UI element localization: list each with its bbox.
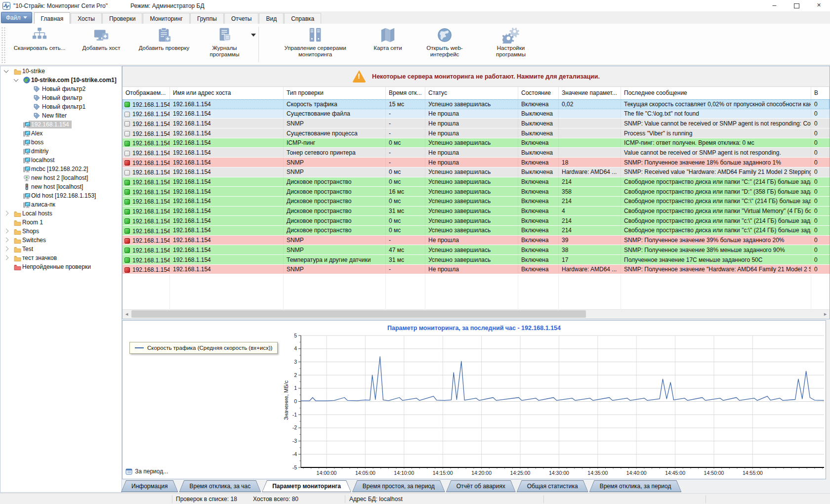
column-header-Состояние[interactable]: Состояние xyxy=(518,87,559,99)
maximize-button[interactable] xyxy=(786,0,808,11)
expand-arrow-icon[interactable] xyxy=(4,211,9,216)
period-button[interactable]: За период... xyxy=(125,468,168,475)
tab-Группы[interactable]: Группы xyxy=(190,13,224,24)
table-row[interactable]: 192.168.1.154192.168.1.154SNMP-Не прошла… xyxy=(123,265,830,275)
bottom-tab-Общая статистика[interactable]: Общая статистика xyxy=(517,480,588,492)
table-row[interactable]: 192.168.1.154192.168.1.154SNMP-Не прошла… xyxy=(123,119,830,128)
tree-item-label: 10-strike xyxy=(20,67,47,75)
bottom-tab-Время простоя, за период[interactable]: Время простоя, за период xyxy=(352,480,445,492)
cell-host: 192.168.1.154 xyxy=(170,216,284,225)
table-row[interactable]: 192.168.1.154192.168.1.154SNMP-Не прошла… xyxy=(123,236,830,246)
column-header-Время отк...[interactable]: Время отк... xyxy=(386,87,425,99)
close-button[interactable]: × xyxy=(808,0,830,11)
bottom-tab-Время отклика, за период[interactable]: Время отклика, за период xyxy=(589,480,682,492)
tab-Отчеты[interactable]: Отчеты xyxy=(224,13,258,24)
tree-item-new host [localhost][interactable]: new host [localhost] xyxy=(0,182,122,191)
table-row[interactable]: 192.168.1.154192.168.1.154Существование … xyxy=(123,128,830,138)
expand-arrow-icon[interactable] xyxy=(4,229,9,234)
tree-item-10-strike.com [10-strike.com1][interactable]: 10-strike.com [10-strike.com1] xyxy=(0,76,122,84)
table-row[interactable]: 192.168.1.154192.168.1.154Дисковое прост… xyxy=(123,226,830,236)
table-row[interactable]: 192.168.1.154192.168.1.154Существование … xyxy=(123,109,830,119)
tree-item-localhost[interactable]: localhost xyxy=(0,156,122,165)
tree-item-Непройденные проверки[interactable]: Непройденные проверки xyxy=(0,262,122,271)
toolbar-check-add-button[interactable]: Добавить проверку xyxy=(132,26,196,52)
tree-item-Новый фильтр1[interactable]: Новый фильтр1 xyxy=(0,102,122,111)
tree-item-Local hosts[interactable]: Local hosts xyxy=(0,209,122,218)
table-row[interactable]: 192.168.1.154192.168.1.154Дисковое прост… xyxy=(123,207,830,216)
column-header-Значение парамет...[interactable]: Значение парамет... xyxy=(559,87,621,99)
statusbar-divider xyxy=(172,495,172,503)
column-header-Последнее сообщение[interactable]: Последнее сообщение xyxy=(621,87,811,99)
table-row[interactable]: 192.168.1.154192.168.1.154ICMP-пинг0 мсУ… xyxy=(123,138,830,148)
toolbar-web-globe-button[interactable]: Открыть web-интерфейс xyxy=(413,26,477,59)
minimize-button[interactable]: – xyxy=(763,0,786,11)
table-row[interactable]: 192.168.1.154192.168.1.154Дисковое прост… xyxy=(123,197,830,207)
tab-Главная[interactable]: Главная xyxy=(34,12,71,24)
toolbar-gears-button[interactable]: Настройки программы xyxy=(480,26,542,59)
column-header-Имя или адрес хоста[interactable]: Имя или адрес хоста xyxy=(170,87,284,99)
column-header-Статус[interactable]: Статус xyxy=(425,87,518,99)
tree-item-192.168.1.154[interactable]: 192.168.1.154 xyxy=(0,120,122,129)
tree-item-Новый фильтр2[interactable]: Новый фильтр2 xyxy=(0,84,122,93)
table-row[interactable]: 192.168.1.154192.168.1.154Дисковое прост… xyxy=(123,187,830,197)
table-row[interactable]: 192.168.1.154192.168.1.154Температура и … xyxy=(123,255,830,265)
collapse-arrow-icon[interactable] xyxy=(4,68,9,73)
expand-arrow-icon[interactable] xyxy=(4,247,9,252)
tree-item-dmitriy[interactable]: dmitriy xyxy=(0,147,122,156)
expand-arrow-icon[interactable] xyxy=(4,255,9,260)
bottom-tab-Информация[interactable]: Информация xyxy=(121,480,178,492)
tree-item-New filter[interactable]: New filter xyxy=(0,111,122,120)
toolbar-button-label: Сканировать сеть... xyxy=(14,45,66,51)
tag-icon xyxy=(33,85,41,92)
scroll-left-arrow[interactable]: ◂ xyxy=(123,310,131,318)
monitoring-warning-banner[interactable]: Некоторые сервера мониторинга не работаю… xyxy=(123,66,830,87)
toolbar-logs-button[interactable]: Журналы программы xyxy=(199,26,250,59)
tree-item-Новый фильтр[interactable]: Новый фильтр xyxy=(0,93,122,102)
table-row[interactable]: 192.168.1.154192.168.1.154Дисковое прост… xyxy=(123,177,830,187)
tab-Мониторинг[interactable]: Мониторинг xyxy=(143,13,190,24)
tree-item-Room 1[interactable]: Room 1 xyxy=(0,218,122,227)
host-tree-panel: 10-strike10-strike.com [10-strike.com1]Н… xyxy=(0,66,122,493)
collapse-arrow-icon[interactable] xyxy=(14,77,19,82)
tree-item-Shops[interactable]: Shops xyxy=(0,227,122,236)
tree-item-Alex[interactable]: Alex xyxy=(0,129,122,138)
tab-Хосты[interactable]: Хосты xyxy=(71,13,102,24)
toolbar-host-add-button[interactable]: Добавить хост xyxy=(74,26,129,52)
tab-Проверки[interactable]: Проверки xyxy=(102,13,143,24)
table-row[interactable]: 192.168.1.154192.168.1.154SNMP-Не прошла… xyxy=(123,158,830,168)
bottom-tab-Параметр мониторинга[interactable]: Параметр мониторинга xyxy=(262,480,351,492)
table-row[interactable]: 192.168.1.154192.168.1.154SNMP47 мсУспеш… xyxy=(123,245,830,255)
tab-Вид[interactable]: Вид xyxy=(259,13,284,24)
bottom-tab-Время отклика, за час[interactable]: Время отклика, за час xyxy=(179,480,261,492)
tree-item-mcbc [192.168.202.2][interactable]: mcbc [192.168.202.2] xyxy=(0,165,122,173)
tree-item-алиса-пк[interactable]: алиса-пк xyxy=(0,200,122,209)
table-row[interactable]: 192.168.1.154192.168.1.154Дисковое прост… xyxy=(123,216,830,226)
tree-item-Switches[interactable]: Switches xyxy=(0,236,122,245)
expand-arrow-icon[interactable] xyxy=(4,238,9,243)
checks-table-header[interactable]: Отображаем...Имя или адрес хостаТип пров… xyxy=(123,87,830,100)
horizontal-scrollbar[interactable]: ◂ ▸ xyxy=(123,309,830,318)
tree-item-boss[interactable]: boss xyxy=(0,138,122,147)
tree-item-10-strike[interactable]: 10-strike xyxy=(0,67,122,76)
tree-item-тест значков[interactable]: тест значков xyxy=(0,253,122,262)
toolbar-map-button[interactable]: Карта сети xyxy=(366,26,410,52)
table-row[interactable]: 192.168.1.154192.168.1.154SNMP0 мсУспешн… xyxy=(123,168,830,177)
file-menu-button[interactable]: Файл xyxy=(1,12,32,23)
tab-Справка[interactable]: Справка xyxy=(284,13,321,24)
toolbar-servers-button[interactable]: Управление серверами мониторинга xyxy=(267,26,363,59)
table-row[interactable]: 192.168.1.154192.168.1.154Тонер сетевого… xyxy=(123,148,830,158)
column-header-В[interactable]: В xyxy=(811,87,830,99)
toolbar-network-scan-button[interactable]: Сканировать сеть... xyxy=(8,26,71,52)
scroll-right-arrow[interactable]: ▸ xyxy=(821,310,830,318)
bottom-tab-label: Время отклика, за период xyxy=(590,481,681,492)
tree-item-Old host [192.168.1.153][interactable]: Old host [192.168.1.153] xyxy=(0,191,122,200)
bottom-tab-Отчёт об авариях[interactable]: Отчёт об авариях xyxy=(446,480,516,492)
scrollbar-thumb[interactable] xyxy=(131,310,586,318)
tree-item-new host 2 [localhost][interactable]: new host 2 [localhost] xyxy=(0,173,122,182)
chevron-down-icon[interactable] xyxy=(251,34,256,37)
column-header-Отображаем...[interactable]: Отображаем... xyxy=(123,87,170,99)
column-header-Тип проверки[interactable]: Тип проверки xyxy=(284,87,386,99)
table-row[interactable]: 192.168.1.154192.168.1.154Скорость трафи… xyxy=(123,99,830,109)
tree-item-Test[interactable]: Test xyxy=(0,245,122,253)
cell-host: 192.168.1.154 xyxy=(170,99,284,109)
